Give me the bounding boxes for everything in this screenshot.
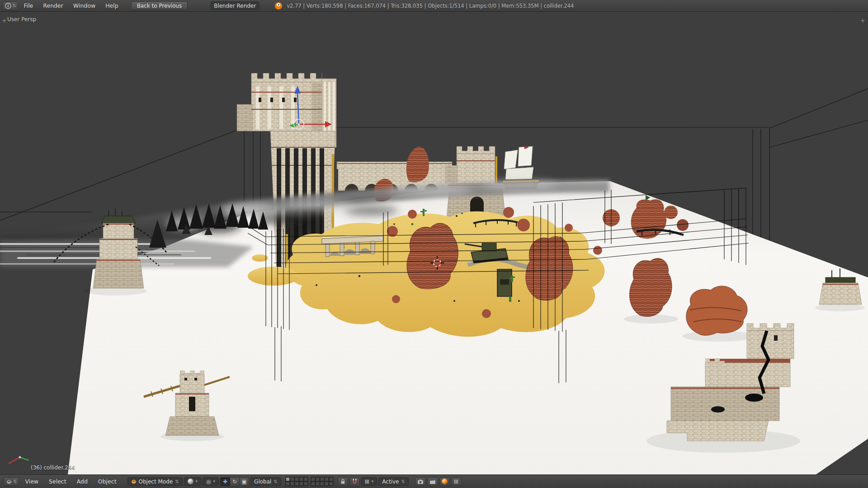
updown-icon: ⇅ — [175, 479, 179, 484]
region-expand-icon[interactable]: + — [2, 17, 7, 24]
viewport-3d[interactable]: User Persp (36) collider.244 + + — [0, 12, 868, 474]
engine-label: Blender Render — [214, 3, 256, 9]
rotate-icon: ↻ — [232, 479, 237, 485]
menu-viewport-view[interactable]: View — [20, 476, 43, 487]
interaction-mode-select[interactable]: Object Mode ⇅ — [127, 477, 183, 486]
texture-sphere-icon — [442, 479, 448, 484]
active-object-label: (36) collider.244 — [31, 465, 75, 471]
viewport-header-bar: ⇅ View Select Add Object Object Mode ⇅ ▾… — [0, 474, 868, 488]
matcap-toggle-button[interactable] — [439, 477, 450, 486]
camera-icon — [417, 479, 424, 485]
layer-cell[interactable] — [295, 477, 299, 481]
orientation-label: Global — [254, 479, 271, 485]
layer-cell[interactable] — [325, 477, 329, 481]
layers-widget — [285, 477, 334, 486]
editor-3dview-icon — [6, 479, 12, 485]
updown-icon: ⇅ — [13, 479, 17, 484]
object-mode-icon — [131, 479, 137, 484]
grid-icon: ⊞ — [454, 479, 458, 485]
layer-cell[interactable] — [316, 482, 320, 486]
manipulator-rotate-button[interactable]: ↻ — [230, 477, 240, 486]
updown-icon: ⇅ — [401, 479, 405, 484]
menu-viewport-add[interactable]: Add — [72, 476, 92, 487]
scene-stats: v2.77 | Verts:180,598 | Faces:167,074 | … — [287, 3, 574, 9]
dropdown-caret-icon: ▾ — [213, 479, 216, 483]
view-mode-label: User Persp — [7, 16, 36, 23]
dropdown-caret-icon: ▾ — [372, 479, 374, 483]
menu-help[interactable]: Help — [101, 0, 123, 11]
menu-viewport-select[interactable]: Select — [44, 476, 71, 487]
menu-window[interactable]: Window — [69, 0, 100, 11]
manipulator-translate-button[interactable]: ✚ — [220, 477, 230, 486]
updown-icon: ⇅ — [12, 4, 16, 8]
editor-type-info-button[interactable]: ⇅ — [3, 1, 18, 10]
layer-cell[interactable] — [311, 482, 315, 486]
menu-viewport-object[interactable]: Object — [94, 476, 121, 487]
layer-cell[interactable] — [304, 477, 308, 481]
pivot-icon: ◎ — [206, 479, 211, 485]
scale-icon: ▣ — [241, 479, 246, 485]
lock-icon — [340, 479, 346, 484]
blender-logo-icon — [275, 2, 282, 9]
snap-toggle-button[interactable] — [349, 477, 360, 486]
info-editor-icon — [5, 3, 11, 9]
layers-group-2 — [311, 477, 334, 486]
pivot-point-select[interactable]: ◎ ▾ — [203, 477, 219, 486]
dropdown-caret-icon: ▾ — [196, 479, 198, 483]
layer-cell[interactable] — [286, 477, 290, 481]
layer-cell[interactable] — [329, 482, 333, 486]
menu-render[interactable]: Render — [38, 0, 68, 11]
layers-group-1 — [285, 477, 308, 486]
layer-cell[interactable] — [325, 482, 329, 486]
clapperboard-icon — [429, 479, 436, 485]
layer-cell[interactable] — [329, 477, 333, 481]
snap-target-select[interactable]: Active ⇅ — [378, 477, 409, 486]
layer-cell[interactable] — [311, 477, 315, 481]
magnet-icon — [352, 479, 358, 484]
blender-window: ⇅ File Render Window Help Back to Previo… — [0, 0, 868, 488]
region-expand-icon[interactable]: + — [860, 17, 865, 24]
updown-icon: ⇅ — [274, 479, 277, 484]
opengl-render-anim-button[interactable] — [427, 477, 438, 486]
layer-cell[interactable] — [286, 482, 290, 486]
translate-icon: ✚ — [223, 479, 227, 485]
menu-file[interactable]: File — [19, 0, 38, 11]
layer-cell[interactable] — [290, 482, 294, 486]
transform-orientation-select[interactable]: Global ⇅ — [250, 477, 281, 486]
layer-cell[interactable] — [304, 482, 308, 486]
viewport-shading-icon — [188, 479, 193, 484]
back-to-previous-button[interactable]: Back to Previous — [131, 1, 188, 10]
snap-element-icon: ⊞ — [365, 479, 369, 485]
editor-type-3dview-button[interactable]: ⇅ — [4, 477, 19, 486]
snap-element-select[interactable]: ⊞ ▾ — [361, 477, 377, 486]
layer-cell[interactable] — [299, 482, 303, 486]
manipulator-scale-button[interactable]: ▣ — [239, 477, 249, 486]
layer-cell[interactable] — [320, 477, 324, 481]
layer-cell[interactable] — [316, 477, 320, 481]
snap-target-label: Active — [382, 479, 399, 485]
viewport-shading-select[interactable]: ▾ — [184, 477, 202, 486]
info-header-bar: ⇅ File Render Window Help Back to Previo… — [0, 0, 868, 12]
opengl-render-image-button[interactable] — [415, 477, 426, 486]
render-engine-select[interactable]: Blender Render — [210, 1, 259, 10]
layer-cell[interactable] — [295, 482, 299, 486]
grid-toggle-button[interactable]: ⊞ — [451, 477, 461, 486]
layer-cell[interactable] — [299, 477, 303, 481]
lock-to-scene-button[interactable] — [338, 477, 348, 486]
viewport-canvas[interactable] — [0, 12, 868, 474]
mode-label: Object Mode — [139, 479, 173, 485]
layer-cell[interactable] — [320, 482, 324, 486]
layer-cell[interactable] — [290, 477, 294, 481]
